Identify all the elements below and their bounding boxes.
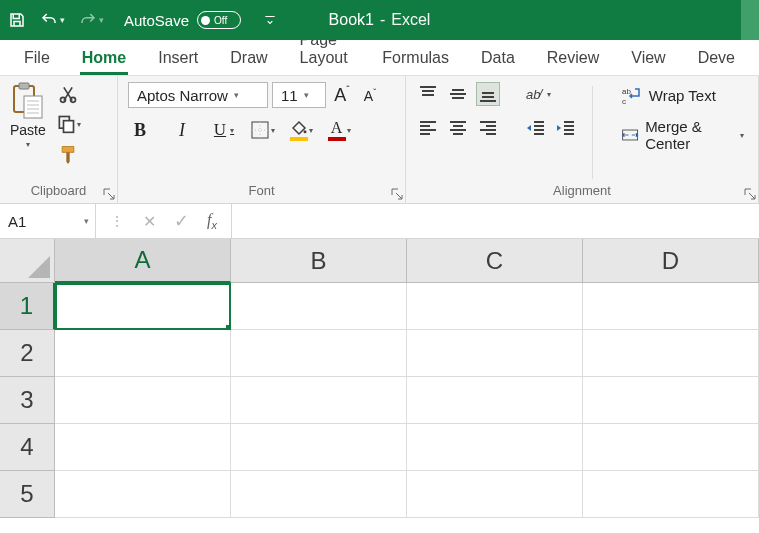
tab-formulas[interactable]: Formulas <box>380 43 451 75</box>
cell[interactable] <box>55 283 231 330</box>
tab-data[interactable]: Data <box>479 43 517 75</box>
name-box[interactable]: A1 ▾ <box>0 204 96 238</box>
autosave-toggle[interactable]: AutoSave Off <box>124 11 241 29</box>
save-button[interactable] <box>8 11 26 29</box>
tab-view[interactable]: View <box>629 43 667 75</box>
dialog-launcher-icon[interactable] <box>391 188 403 200</box>
row-header[interactable]: 2 <box>0 330 55 377</box>
row-header[interactable]: 4 <box>0 424 55 471</box>
cell[interactable] <box>407 330 583 377</box>
increase-font-button[interactable]: Aˆ <box>330 83 354 107</box>
increase-indent-button[interactable] <box>554 116 578 140</box>
paste-label: Paste <box>10 122 46 138</box>
merge-center-button[interactable]: Merge & Center ▾ <box>617 116 748 154</box>
align-top-button[interactable] <box>416 82 440 106</box>
quick-access-toolbar: ▾ ▾ AutoSave Off <box>8 11 277 29</box>
column-header[interactable]: A <box>55 239 231 283</box>
title-separator: - <box>380 11 385 29</box>
merge-center-label: Merge & Center <box>645 118 733 152</box>
decrease-font-button[interactable]: Aˇ <box>358 83 382 107</box>
scissors-icon <box>58 84 78 104</box>
cell[interactable] <box>583 377 759 424</box>
cell[interactable] <box>583 330 759 377</box>
cell[interactable] <box>407 471 583 518</box>
font-name-combo[interactable]: Aptos Narrow ▾ <box>128 82 268 108</box>
tab-insert[interactable]: Insert <box>156 43 200 75</box>
borders-icon <box>250 120 270 140</box>
title-bar-right <box>741 0 759 40</box>
chevron-down-icon: ▾ <box>271 126 275 135</box>
column-header[interactable]: D <box>583 239 759 283</box>
paste-button[interactable]: Paste ▾ <box>10 82 46 183</box>
align-center-button[interactable] <box>446 116 470 140</box>
align-middle-button[interactable] <box>446 82 470 106</box>
tab-deve[interactable]: Deve <box>696 43 737 75</box>
cell[interactable] <box>407 283 583 330</box>
svg-text:c: c <box>622 97 626 106</box>
dialog-launcher-icon[interactable] <box>103 188 115 200</box>
column-header[interactable]: C <box>407 239 583 283</box>
paintbrush-icon <box>58 144 78 164</box>
expand-handle[interactable]: ⋮ <box>110 213 125 229</box>
cell[interactable] <box>407 377 583 424</box>
copy-button[interactable]: ▾ <box>56 112 81 136</box>
merge-icon <box>621 124 639 146</box>
tab-file[interactable]: File <box>22 43 52 75</box>
cut-button[interactable] <box>56 82 80 106</box>
column-header[interactable]: B <box>231 239 407 283</box>
align-center-icon <box>447 117 469 139</box>
underline-button[interactable]: U▾ <box>212 118 236 142</box>
cell[interactable] <box>55 330 231 377</box>
cell[interactable] <box>55 471 231 518</box>
fill-color-button[interactable]: ▾ <box>289 118 313 142</box>
select-all-corner[interactable] <box>0 239 55 283</box>
redo-button[interactable]: ▾ <box>79 11 104 29</box>
tab-review[interactable]: Review <box>545 43 601 75</box>
wrap-text-button[interactable]: abc Wrap Text <box>617 82 748 108</box>
ribbon: Paste ▾ ▾ Clipboard <box>0 76 759 204</box>
autosave-state: Off <box>214 15 227 26</box>
align-left-button[interactable] <box>416 116 440 140</box>
cell[interactable] <box>583 283 759 330</box>
italic-button[interactable]: I <box>170 118 194 142</box>
undo-button[interactable]: ▾ <box>40 11 65 29</box>
cell[interactable] <box>231 424 407 471</box>
cell[interactable] <box>231 377 407 424</box>
cell[interactable] <box>231 330 407 377</box>
cell[interactable] <box>55 424 231 471</box>
enter-button[interactable]: ✓ <box>174 210 189 232</box>
font-color-swatch <box>328 137 346 141</box>
insert-function-button[interactable]: fx <box>207 211 217 231</box>
toggle-switch[interactable]: Off <box>197 11 241 29</box>
customize-qat-button[interactable] <box>263 13 277 27</box>
tab-home[interactable]: Home <box>80 43 128 75</box>
font-color-button[interactable]: A ▾ <box>327 118 351 142</box>
decrease-indent-button[interactable] <box>524 116 548 140</box>
row-header[interactable]: 1 <box>0 283 55 330</box>
font-size-combo[interactable]: 11 ▾ <box>272 82 326 108</box>
dialog-launcher-icon[interactable] <box>744 188 756 200</box>
row-header[interactable]: 5 <box>0 471 55 518</box>
cancel-button[interactable]: ✕ <box>143 212 156 231</box>
bold-button[interactable]: B <box>128 118 152 142</box>
orientation-button[interactable]: ab▾ <box>524 82 551 106</box>
borders-button[interactable]: ▾ <box>250 118 275 142</box>
tab-draw[interactable]: Draw <box>228 43 269 75</box>
increase-indent-icon <box>555 117 577 139</box>
align-bottom-button[interactable] <box>476 82 500 106</box>
svg-rect-12 <box>623 130 638 140</box>
align-right-button[interactable] <box>476 116 500 140</box>
cell[interactable] <box>407 424 583 471</box>
format-painter-button[interactable] <box>56 142 80 166</box>
row-header[interactable]: 3 <box>0 377 55 424</box>
chevron-down-icon[interactable]: ▾ <box>84 216 89 226</box>
cell[interactable] <box>583 424 759 471</box>
paste-icon <box>11 82 45 120</box>
cell[interactable] <box>231 471 407 518</box>
cell[interactable] <box>55 377 231 424</box>
cell[interactable] <box>583 471 759 518</box>
cell[interactable] <box>231 283 407 330</box>
decrease-font-icon: Aˇ <box>364 87 376 104</box>
formula-input[interactable] <box>232 204 759 238</box>
ribbon-tabs: FileHomeInsertDrawPage LayoutFormulasDat… <box>0 40 759 76</box>
